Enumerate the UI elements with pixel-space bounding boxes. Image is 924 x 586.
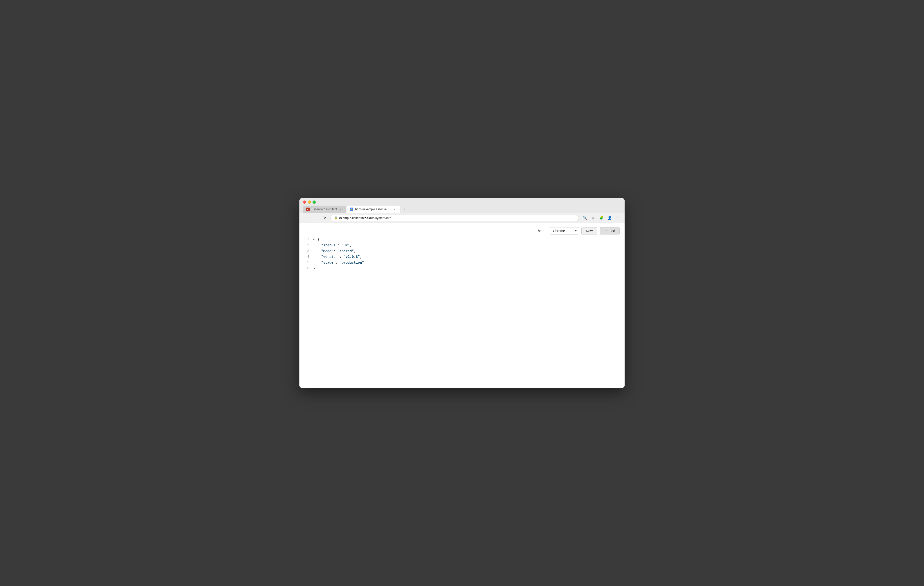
line-number-6: 6 xyxy=(304,266,313,271)
tab-essentialz[interactable]: E Essentialz Architect ✕ xyxy=(303,205,346,213)
browser-window: E Essentialz Architect ✕ 🔒 https://examp… xyxy=(299,198,625,388)
json-value-stage: "production" xyxy=(340,261,364,265)
json-key-status: "status" xyxy=(321,243,338,247)
traffic-lights xyxy=(303,200,316,204)
line-content-2: "status": "UP", xyxy=(313,243,620,248)
line-content-1: ▼ { xyxy=(313,237,620,243)
toolbar-right: 🔍 ☆ 🧩 👤 ⋮ xyxy=(581,214,621,221)
line-content-6: } xyxy=(313,266,620,271)
lock-icon: 🔒 xyxy=(334,216,338,219)
address-bar: ← → ↻ 🔒 example.essentialz.cloud/system/… xyxy=(299,213,625,223)
line-number-5: 5 xyxy=(304,260,313,265)
url-bar[interactable]: 🔒 example.essentialz.cloud/system/info xyxy=(330,215,579,221)
json-line-6: 6 } xyxy=(304,266,620,271)
line-content-5: "stage": "production" xyxy=(313,260,620,266)
json-line-4: 4 "version": "v2.0.8", xyxy=(304,254,620,260)
theme-select[interactable]: Chrome Monokai GitHub Default xyxy=(550,227,579,235)
profile-icon[interactable]: 👤 xyxy=(606,214,613,221)
line-content-3: "mode": "shared", xyxy=(313,248,620,254)
collapse-icon[interactable]: ▼ xyxy=(313,238,315,241)
raw-button[interactable]: Raw xyxy=(581,227,597,235)
theme-label: Theme: xyxy=(536,229,547,233)
menu-icon[interactable]: ⋮ xyxy=(614,214,621,221)
comma-4: , xyxy=(360,255,362,259)
json-viewer: 1 ▼ { 2 "status": "UP", 3 "mode": "share… xyxy=(304,237,620,271)
colon-5: : xyxy=(335,261,340,265)
close-button[interactable] xyxy=(303,200,306,204)
tab-label-system-info: https://example.essentialz.clo… xyxy=(355,207,391,211)
line-number-3: 3 xyxy=(304,248,313,254)
tabs-row: E Essentialz Architect ✕ 🔒 https://examp… xyxy=(303,205,621,213)
content-area: Theme: Chrome Monokai GitHub Default Raw… xyxy=(299,223,625,388)
comma-3: , xyxy=(354,249,356,253)
colon-4: : xyxy=(340,255,343,259)
maximize-button[interactable] xyxy=(312,200,316,204)
json-key-mode: "mode" xyxy=(321,249,333,253)
tab-system-info[interactable]: 🔒 https://example.essentialz.clo… ✕ xyxy=(346,205,400,213)
zoom-icon[interactable]: 🔍 xyxy=(581,214,588,221)
line-content-4: "version": "v2.0.8", xyxy=(313,254,620,260)
json-line-3: 3 "mode": "shared", xyxy=(304,248,620,254)
json-line-2: 2 "status": "UP", xyxy=(304,243,620,248)
json-value-status: "UP" xyxy=(342,243,350,247)
colon-3: : xyxy=(333,249,338,253)
title-bar: E Essentialz Architect ✕ 🔒 https://examp… xyxy=(299,198,625,213)
reload-button[interactable]: ↻ xyxy=(321,214,328,221)
line-number-2: 2 xyxy=(304,243,313,248)
url-path: /system/info xyxy=(375,216,391,220)
tab-close-system-info[interactable]: ✕ xyxy=(393,207,396,211)
line-number-4: 4 xyxy=(304,254,313,260)
close-brace: } xyxy=(313,267,315,270)
bookmark-icon[interactable]: ☆ xyxy=(590,214,596,221)
tab-close-essentialz[interactable]: ✕ xyxy=(339,207,343,211)
json-line-1: 1 ▼ { xyxy=(304,237,620,243)
minimize-button[interactable] xyxy=(308,200,311,204)
tab-label-essentialz: Essentialz Architect xyxy=(312,207,337,211)
viewer-toolbar: Theme: Chrome Monokai GitHub Default Raw… xyxy=(304,227,620,235)
back-button[interactable]: ← xyxy=(303,214,310,221)
line-number-1: 1 xyxy=(304,237,313,242)
open-brace: { xyxy=(318,238,320,242)
colon-2: : xyxy=(338,243,342,247)
tab-favicon-essentialz: E xyxy=(306,207,310,211)
json-key-stage: "stage" xyxy=(321,261,336,265)
url-host: example.essentialz.cloud xyxy=(339,216,375,220)
title-bar-top xyxy=(303,200,621,204)
new-tab-button[interactable]: + xyxy=(401,205,408,212)
parsed-button[interactable]: Parsed xyxy=(600,227,620,235)
extensions-icon[interactable]: 🧩 xyxy=(598,214,605,221)
json-line-5: 5 "stage": "production" xyxy=(304,260,620,266)
comma-2: , xyxy=(350,243,351,247)
forward-button[interactable]: → xyxy=(312,214,319,221)
theme-select-wrapper: Chrome Monokai GitHub Default xyxy=(550,227,579,235)
tab-favicon-system-info: 🔒 xyxy=(350,207,353,211)
json-value-mode: "shared" xyxy=(338,249,354,253)
json-value-version: "v2.0.8" xyxy=(343,255,360,259)
url-text: example.essentialz.cloud/system/info xyxy=(339,216,391,220)
json-key-version: "version" xyxy=(321,255,340,259)
